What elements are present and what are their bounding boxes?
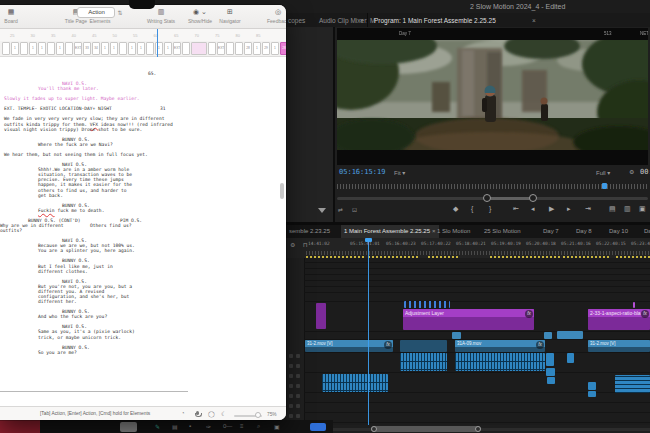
clip-31-2-mov-v[interactable]: 31-2.mov [V]fx xyxy=(305,340,393,352)
clip[interactable] xyxy=(567,353,574,363)
element-type-stepper[interactable]: ⇅ xyxy=(117,9,122,16)
mic-icon[interactable] xyxy=(196,411,199,415)
clip[interactable] xyxy=(316,303,326,329)
track-lock-icon[interactable] xyxy=(289,364,293,368)
tab-program-monitor[interactable]: Program: 1 Main Forest Assemble 2.25.25 xyxy=(374,17,496,24)
timeline-tab-day-8[interactable]: Day 8 xyxy=(573,225,595,238)
clip[interactable] xyxy=(400,353,447,371)
scene-cell[interactable]: 1 xyxy=(271,42,279,55)
clip[interactable] xyxy=(546,353,554,366)
clip[interactable] xyxy=(455,353,545,371)
fit-dropdown[interactable]: Fit ▾ xyxy=(394,169,405,176)
scene-cell[interactable]: 1 xyxy=(137,42,145,55)
scene-cell[interactable] xyxy=(226,42,234,55)
toolbar-feedback[interactable]: ◎Feedback xyxy=(256,7,286,24)
scene-cell[interactable]: 1 xyxy=(110,42,118,55)
search-icon[interactable]: ⌕ xyxy=(257,423,260,430)
tab-lumetri-scopes[interactable]: copes xyxy=(288,17,305,24)
scene-cell[interactable]: 28 xyxy=(280,42,286,55)
clip[interactable] xyxy=(615,375,650,393)
clip[interactable] xyxy=(557,331,583,339)
clip[interactable] xyxy=(588,391,596,397)
script-page[interactable]: 65.NAVI O.S.You'll thank me later.Slowly… xyxy=(0,57,277,397)
scene-cell[interactable] xyxy=(235,42,243,55)
monitor-settings-icon[interactable]: ⊡ xyxy=(352,206,357,213)
track-mute-icon[interactable] xyxy=(296,354,300,358)
scene-cell[interactable]: EXT xyxy=(217,42,225,55)
clip-31-2-mov-v[interactable]: 31-2.mov [V] xyxy=(588,340,650,352)
timeline-wrench-icon[interactable]: ⚙ xyxy=(290,241,295,248)
scene-cell[interactable]: 1 xyxy=(38,42,46,55)
scene-cell[interactable]: EXT xyxy=(173,42,181,55)
clip-31a-09-mov[interactable]: 31A-09.movfx xyxy=(455,340,545,352)
mark-out-button[interactable]: } xyxy=(489,205,491,212)
step-forward-button[interactable]: ▸ xyxy=(567,205,571,213)
zoom-slider-knob[interactable] xyxy=(255,412,261,418)
scene-cell[interactable] xyxy=(65,42,73,55)
timeline-tab-semble-2-23-25[interactable]: semble 2.23.25 xyxy=(286,225,333,238)
step-back-button[interactable]: ◂ xyxy=(531,205,535,213)
timeline-scrollbar[interactable] xyxy=(371,426,481,432)
panel-overflow-icon[interactable]: » xyxy=(360,17,364,24)
scrollbar-thumb[interactable] xyxy=(280,183,284,199)
timeline-playhead[interactable] xyxy=(368,238,369,425)
record-icon[interactable]: ◯ xyxy=(208,410,215,417)
scene-cell[interactable] xyxy=(146,42,154,55)
clip-adjustment-layer[interactable]: Adjustment Layerfx xyxy=(403,309,534,330)
timeline-tab-day-1[interactable]: Day 1 xyxy=(641,225,650,238)
scene-cell[interactable]: 1 xyxy=(253,42,261,55)
snap-icon[interactable]: ⊓ xyxy=(303,241,308,248)
track-mute-icon[interactable] xyxy=(296,374,300,378)
toolbar-elements[interactable]: Action⇅Elements xyxy=(74,7,126,24)
scene-cell[interactable]: 1 xyxy=(56,42,64,55)
timeline-tab-25-slo-motion[interactable]: 25 Slo Motion xyxy=(481,225,524,238)
scene-cell[interactable]: 1 xyxy=(11,42,19,55)
clip[interactable] xyxy=(633,302,635,308)
clip-2-33-1-aspect-ratio-bla[interactable]: 2-33-1-aspect-ratio-blafx xyxy=(588,309,650,330)
track-lock-icon[interactable] xyxy=(289,384,293,388)
scrollbar-handle-left[interactable] xyxy=(371,426,377,432)
filter-funnel-icon[interactable] xyxy=(318,208,326,213)
clip[interactable] xyxy=(544,332,552,339)
track-mute-icon[interactable] xyxy=(296,364,300,368)
export-frame-button[interactable]: ▣ xyxy=(639,205,646,213)
clip[interactable] xyxy=(322,374,388,392)
scene-cell[interactable] xyxy=(20,42,28,55)
go-to-out-button[interactable]: ⇥ xyxy=(585,205,591,213)
scene-cell[interactable] xyxy=(119,42,127,55)
timeline-tab-day-7[interactable]: Day 7 xyxy=(540,225,562,238)
track-lock-icon[interactable] xyxy=(289,374,293,378)
stop-icon[interactable]: ▪ xyxy=(189,423,191,429)
scene-cell[interactable] xyxy=(47,42,55,55)
clip[interactable] xyxy=(588,382,596,390)
timer-icon[interactable]: ◔ xyxy=(181,410,185,416)
scene-cell[interactable]: 33 xyxy=(83,42,91,55)
dark-mode-icon[interactable]: ☾ xyxy=(221,410,226,417)
program-timecode[interactable]: 05:16:15:19 xyxy=(339,168,385,176)
clip[interactable] xyxy=(452,332,461,339)
clip[interactable] xyxy=(547,377,555,384)
extract-button[interactable]: ▥ xyxy=(624,205,631,213)
scene-cell[interactable] xyxy=(2,42,10,55)
track-lock-icon[interactable] xyxy=(289,394,293,398)
track-header-column[interactable] xyxy=(286,258,305,425)
lift-button[interactable]: ▤ xyxy=(609,205,616,213)
playhead-sync-icon[interactable]: ⇄ xyxy=(338,206,343,213)
element-type-dropdown[interactable]: Action xyxy=(77,7,115,18)
wrench-icon[interactable]: ⚙ xyxy=(629,168,634,175)
timeline-tab-1-main-forest-assemble-2-25-25[interactable]: 1 Main Forest Assemble 2.25.25× xyxy=(341,225,439,238)
track-lock-icon[interactable] xyxy=(289,354,293,358)
folder-icon[interactable]: ▣ xyxy=(274,423,280,430)
scene-cell[interactable]: EXT. xyxy=(74,42,82,55)
scene-cell[interactable]: 1 xyxy=(128,42,136,55)
toolbar-writing-stats[interactable]: ▥Writing Stats xyxy=(138,7,184,24)
track-mute-icon[interactable] xyxy=(296,394,300,398)
playback-resolution-dropdown[interactable]: Full ▾ xyxy=(596,169,610,176)
timeline-tab-day-10[interactable]: Day 10 xyxy=(606,225,631,238)
program-playhead[interactable] xyxy=(602,183,607,189)
scene-cell[interactable] xyxy=(208,42,216,55)
track-lock-icon[interactable] xyxy=(289,414,293,418)
close-icon[interactable]: × xyxy=(532,17,536,24)
clip[interactable] xyxy=(546,368,555,376)
scene-cell[interactable]: 1 xyxy=(101,42,109,55)
